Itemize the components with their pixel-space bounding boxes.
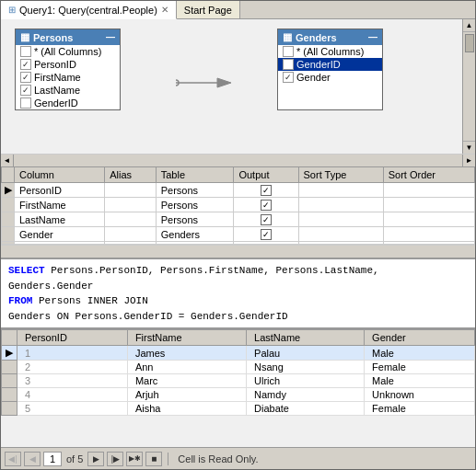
vscroll-up-btn[interactable]: ▲ bbox=[463, 19, 475, 32]
results-cell-firstname[interactable]: James bbox=[127, 346, 246, 361]
results-cell-firstname[interactable]: Aisha bbox=[127, 402, 246, 416]
grid-cell-output[interactable] bbox=[234, 212, 298, 227]
results-cell-personid[interactable]: 3 bbox=[17, 374, 128, 388]
grid-cell-sort_order[interactable] bbox=[383, 227, 474, 242]
table-persons-collapse[interactable]: — bbox=[106, 32, 115, 42]
tab-start[interactable]: Start Page bbox=[177, 1, 240, 18]
persons-col-genderid-check[interactable] bbox=[20, 97, 31, 109]
output-checkbox[interactable] bbox=[261, 229, 272, 240]
results-cell-gender[interactable]: Female bbox=[365, 361, 475, 374]
nav-first-btn[interactable]: ◀| bbox=[5, 452, 21, 466]
output-checkbox[interactable] bbox=[261, 214, 272, 225]
grid-cell-output[interactable] bbox=[234, 198, 298, 212]
grid-cell-sort_order[interactable] bbox=[383, 183, 474, 198]
grid-cell-alias[interactable] bbox=[105, 183, 156, 198]
results-cell-gender[interactable]: Unknown bbox=[365, 388, 475, 402]
persons-col-genderid-label: GenderID bbox=[34, 97, 78, 109]
results-row-arrow bbox=[2, 374, 17, 388]
grid-cell-table[interactable]: Persons bbox=[156, 198, 234, 212]
grid-cell-sort_type[interactable] bbox=[298, 183, 383, 198]
results-cell-gender[interactable]: Female bbox=[365, 402, 475, 416]
table-genders-collapse[interactable]: — bbox=[368, 32, 377, 42]
grid-row-arrow bbox=[2, 198, 15, 212]
grid-cell-column[interactable]: FirstName bbox=[15, 198, 105, 212]
grid-cell-sort_order[interactable] bbox=[383, 198, 474, 212]
results-row: ▶1JamesPalauMale bbox=[2, 346, 475, 361]
persons-col-firstname: FirstName bbox=[16, 71, 120, 84]
grid-cell-column[interactable]: Gender bbox=[15, 227, 105, 242]
grid-cell-alias[interactable] bbox=[105, 198, 156, 212]
results-cell-personid[interactable]: 2 bbox=[17, 361, 128, 374]
nav-separator bbox=[168, 453, 168, 465]
tab-close-icon[interactable]: ✕ bbox=[161, 5, 168, 15]
nav-page-input[interactable] bbox=[43, 452, 62, 466]
nav-stop-btn[interactable]: ■ bbox=[145, 452, 162, 466]
grid-cell-table[interactable]: Persons bbox=[156, 212, 234, 227]
results-cell-gender[interactable]: Male bbox=[365, 346, 475, 361]
grid-col-sortorder: Sort Order bbox=[383, 167, 474, 183]
tab-query[interactable]: ⊞ Query1: Query(central.People) ✕ bbox=[1, 1, 177, 19]
persons-col-lastname-check[interactable] bbox=[20, 85, 31, 96]
results-cell-personid[interactable]: 5 bbox=[17, 402, 128, 416]
genders-col-genderid-label: GenderID bbox=[296, 59, 341, 70]
grid-cell-table[interactable]: Persons bbox=[156, 183, 234, 198]
grid-cell-output[interactable] bbox=[234, 183, 298, 198]
grid-cell-sort_type[interactable] bbox=[298, 212, 383, 227]
results-row-arrow bbox=[2, 388, 17, 402]
results-cell-personid[interactable]: 4 bbox=[17, 388, 128, 402]
output-checkbox[interactable] bbox=[261, 185, 272, 196]
results-col-gender: Gender bbox=[365, 330, 475, 346]
results-cell-lastname[interactable]: Ulrich bbox=[247, 374, 365, 388]
grid-row: FirstNamePersons bbox=[2, 198, 475, 212]
grid-cell-sort_order[interactable] bbox=[383, 212, 474, 227]
genders-col-allcols: * (All Columns) bbox=[278, 45, 382, 58]
results-cell-gender[interactable]: Male bbox=[365, 374, 475, 388]
output-checkbox[interactable] bbox=[261, 200, 272, 211]
results-cell-lastname[interactable]: Palau bbox=[247, 346, 365, 361]
grid-cell-alias[interactable] bbox=[105, 227, 156, 242]
results-cell-lastname[interactable]: Namdy bbox=[247, 388, 365, 402]
persons-col-lastname: LastName bbox=[16, 84, 120, 97]
nav-new-btn[interactable]: ▶✱ bbox=[126, 452, 143, 466]
persons-col-allcols-check[interactable] bbox=[20, 46, 31, 57]
vscroll-thumb[interactable] bbox=[465, 34, 474, 52]
grid-cell-alias[interactable] bbox=[105, 212, 156, 227]
results-cell-firstname[interactable]: Ann bbox=[127, 361, 246, 374]
hscroll-right-btn[interactable]: ► bbox=[462, 155, 475, 166]
grid-cell-sort_type[interactable] bbox=[298, 227, 383, 242]
results-cell-firstname[interactable]: Arjuh bbox=[127, 388, 246, 402]
genders-col-gender-check[interactable] bbox=[283, 72, 294, 83]
results-cell-personid[interactable]: 1 bbox=[17, 346, 128, 361]
grid-cell-sort_type[interactable] bbox=[298, 198, 383, 212]
designer-hscroll[interactable]: ◄ ► bbox=[1, 154, 475, 166]
genders-col-genderid-check[interactable] bbox=[283, 59, 294, 70]
table-persons: ▦ Persons — * (All Columns) PersonID bbox=[15, 29, 121, 110]
designer-vscroll[interactable]: ▲ ▼ bbox=[462, 19, 475, 154]
vscroll-down-btn[interactable]: ▼ bbox=[463, 141, 475, 154]
table-persons-header: ▦ Persons — bbox=[16, 29, 120, 45]
hscroll-left-btn[interactable]: ◄ bbox=[1, 155, 14, 166]
vscroll-track bbox=[463, 32, 475, 141]
join-line-svg bbox=[176, 69, 231, 97]
grid-hscroll[interactable] bbox=[1, 245, 475, 258]
persons-col-personid-check[interactable] bbox=[20, 59, 31, 70]
grid-area: Column Alias Table Output Sort Type Sort… bbox=[1, 166, 475, 259]
genders-col-allcols-check[interactable] bbox=[283, 46, 294, 57]
app-window: ⊞ Query1: Query(central.People) ✕ Start … bbox=[0, 0, 476, 470]
grid-cell-column[interactable]: PersonID bbox=[15, 183, 105, 198]
join-connector bbox=[176, 54, 231, 110]
nav-next-btn[interactable]: ▶ bbox=[87, 452, 104, 466]
results-cell-lastname[interactable]: Nsang bbox=[247, 361, 365, 374]
results-cell-lastname[interactable]: Diabate bbox=[247, 402, 365, 416]
grid-cell-table[interactable]: Genders bbox=[156, 227, 234, 242]
grid-row-arrow bbox=[2, 227, 15, 242]
results-cell-firstname[interactable]: Marc bbox=[127, 374, 246, 388]
designer-wrapper: ▦ Persons — * (All Columns) PersonID bbox=[1, 19, 475, 166]
grid-cell-column[interactable]: LastName bbox=[15, 212, 105, 227]
grid-cell-output[interactable] bbox=[234, 227, 298, 242]
nav-prev-btn[interactable]: ◀ bbox=[24, 452, 41, 466]
results-row-arrow bbox=[2, 402, 17, 416]
persons-col-firstname-check[interactable] bbox=[20, 72, 31, 83]
persons-col-personid: PersonID bbox=[16, 58, 120, 71]
nav-last-btn[interactable]: |▶ bbox=[107, 452, 123, 466]
